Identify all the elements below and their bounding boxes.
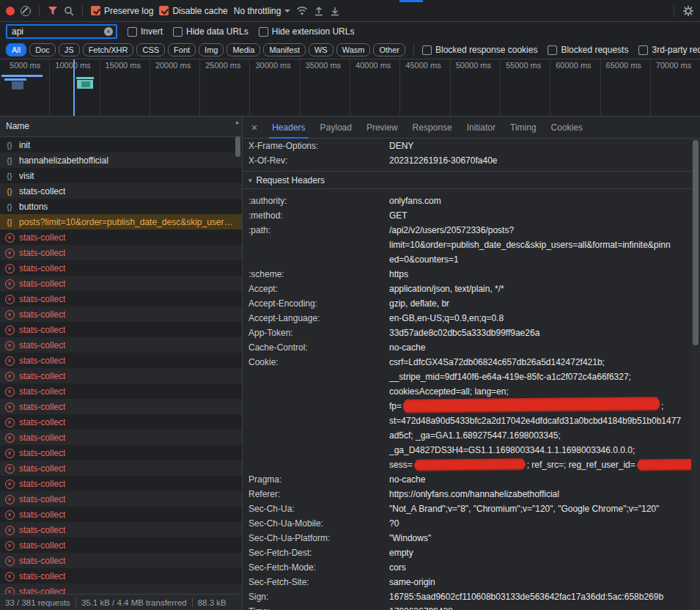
request-row[interactable]: stats-collect	[0, 229, 242, 245]
request-row[interactable]: stats-collect	[0, 460, 242, 476]
request-type-icon	[4, 324, 15, 335]
request-row[interactable]: stats-collect	[0, 291, 242, 306]
request-row[interactable]: stats-collect	[0, 353, 242, 368]
advanced-filter-checkbox[interactable]	[422, 45, 432, 55]
header-entry: Accept-Language: en-GB,en-US;q=0.9,en;q=…	[243, 311, 691, 326]
type-filter-chip[interactable]: Media	[226, 43, 260, 56]
advanced-filter-checkbox[interactable]	[548, 45, 557, 55]
request-row[interactable]: stats-collect	[0, 414, 242, 430]
hide-data-urls-toggle[interactable]: Hide data URLs	[173, 26, 248, 37]
detail-tab[interactable]: Initiator	[460, 117, 503, 139]
request-row[interactable]: stats-collect	[0, 507, 242, 522]
request-row[interactable]: hannahelizabethofficial	[0, 152, 242, 168]
request-type-icon	[4, 309, 15, 320]
detail-tab[interactable]: Timing	[503, 117, 544, 139]
request-row[interactable]: stats-collect	[0, 584, 242, 594]
type-filter-chip[interactable]: All	[6, 43, 26, 56]
hide-data-urls-checkbox[interactable]	[173, 27, 183, 37]
request-row[interactable]: stats-collect	[0, 399, 242, 414]
header-name: X-Of-Rev:	[248, 153, 389, 168]
request-name: stats-collect	[19, 186, 65, 196]
name-column-header[interactable]: Name	[0, 117, 242, 137]
invert-checkbox[interactable]	[128, 27, 137, 37]
type-filter-chip[interactable]: Doc	[29, 43, 56, 56]
export-har-icon[interactable]	[330, 6, 340, 16]
detail-tab[interactable]: Preview	[359, 117, 405, 139]
header-entry: Accept: application/json, text/plain, */…	[243, 282, 691, 296]
throttling-dropdown[interactable]: No throttling	[234, 6, 291, 16]
filter-input[interactable]	[10, 26, 102, 37]
request-row[interactable]: stats-collect	[0, 306, 242, 322]
record-icon[interactable]	[6, 7, 15, 15]
request-headers-section-header[interactable]: ▾ Request Headers	[243, 171, 691, 189]
type-filter-chip[interactable]: Wasm	[336, 43, 371, 56]
type-filter-chip[interactable]: CSS	[136, 43, 165, 56]
preserve-log-checkbox[interactable]	[91, 6, 100, 15]
request-row[interactable]: posts?limit=10&order=publish_date_desc&s…	[0, 214, 242, 229]
type-filter-chip[interactable]: Img	[199, 43, 224, 56]
detail-tab[interactable]: Headers	[265, 117, 312, 139]
hide-extension-urls-toggle[interactable]: Hide extension URLs	[259, 26, 355, 37]
detail-tab[interactable]: Payload	[313, 117, 359, 139]
detail-tab[interactable]: Response	[405, 117, 460, 139]
disable-cache-checkbox[interactable]	[159, 6, 169, 15]
hide-extension-urls-checkbox[interactable]	[259, 27, 268, 37]
settings-gear-icon[interactable]	[682, 5, 694, 17]
advanced-filter-checkbox[interactable]	[638, 45, 648, 55]
request-row[interactable]: stats-collect	[0, 445, 242, 460]
request-row[interactable]: stats-collect	[0, 245, 242, 260]
header-name: Cookie:	[248, 355, 389, 472]
scrollbar-thumb[interactable]	[235, 136, 240, 157]
type-filter-chip[interactable]: Font	[168, 43, 196, 56]
timeline-overview[interactable]: 5000 ms 10000 ms 15000 ms 20000 ms 25000…	[0, 59, 700, 117]
header-name: Referer:	[248, 487, 389, 501]
request-list-scrollbar[interactable]: ▲	[234, 117, 242, 594]
advanced-filter-toggle[interactable]: Blocked response cookies	[422, 45, 537, 55]
advanced-filter-toggle[interactable]: 3rd-party requests	[638, 45, 700, 55]
disable-cache-toggle[interactable]: Disable cache	[159, 6, 227, 16]
header-entry: Time: 1703636799438	[243, 604, 691, 610]
type-filter-chip[interactable]: JS	[59, 43, 80, 56]
timeline-column: 20000 ms	[150, 59, 200, 116]
detail-tab[interactable]: Cookies	[544, 117, 590, 139]
request-row[interactable]: init	[0, 137, 242, 152]
type-filter-chip[interactable]: Fetch/XHR	[83, 43, 134, 56]
filter-icon[interactable]	[48, 6, 58, 15]
request-row[interactable]: stats-collect	[0, 568, 242, 584]
type-filter-chip[interactable]: WS	[309, 43, 334, 56]
request-row[interactable]: visit	[0, 168, 242, 183]
request-type-icon	[4, 586, 15, 594]
invert-toggle[interactable]: Invert	[128, 26, 163, 37]
preserve-log-toggle[interactable]: Preserve log	[91, 6, 153, 16]
collapse-triangle-icon[interactable]: ▾	[248, 177, 252, 184]
invert-label: Invert	[141, 26, 163, 37]
network-conditions-icon[interactable]	[296, 6, 308, 15]
request-row[interactable]: stats-collect	[0, 368, 242, 383]
timeline-tick-label: 60000 ms	[556, 61, 591, 70]
request-row[interactable]: stats-collect	[0, 383, 242, 399]
request-row[interactable]: stats-collect	[0, 276, 242, 291]
request-row[interactable]: stats-collect	[0, 537, 242, 553]
clear-network-log-icon[interactable]	[21, 6, 31, 16]
request-row[interactable]: stats-collect	[0, 491, 242, 507]
request-row[interactable]: stats-collect	[0, 553, 242, 568]
scrollbar-thumb[interactable]	[693, 140, 699, 345]
request-headers-list: :authority: onlyfans.com :method: GET :p…	[243, 189, 691, 610]
request-row[interactable]: stats-collect	[0, 337, 242, 353]
request-row[interactable]: stats-collect	[0, 476, 242, 491]
advanced-filter-toggle[interactable]: Blocked requests	[548, 45, 628, 55]
request-row[interactable]: stats-collect	[0, 260, 242, 276]
import-har-icon[interactable]	[314, 6, 324, 16]
detail-scrollbar[interactable]	[691, 139, 700, 610]
request-row[interactable]: stats-collect	[0, 430, 242, 445]
request-row[interactable]: stats-collect	[0, 183, 242, 199]
scroll-up-icon[interactable]: ▲	[235, 120, 240, 125]
type-filter-chip[interactable]: Other	[373, 43, 405, 56]
clear-input-icon[interactable]: ×	[104, 27, 113, 36]
type-filter-chip[interactable]: Manifest	[263, 43, 306, 56]
request-row[interactable]: buttons	[0, 199, 242, 214]
request-row[interactable]: stats-collect	[0, 322, 242, 337]
request-row[interactable]: stats-collect	[0, 522, 242, 537]
search-icon[interactable]	[64, 6, 74, 16]
close-icon[interactable]: ×	[244, 122, 265, 133]
